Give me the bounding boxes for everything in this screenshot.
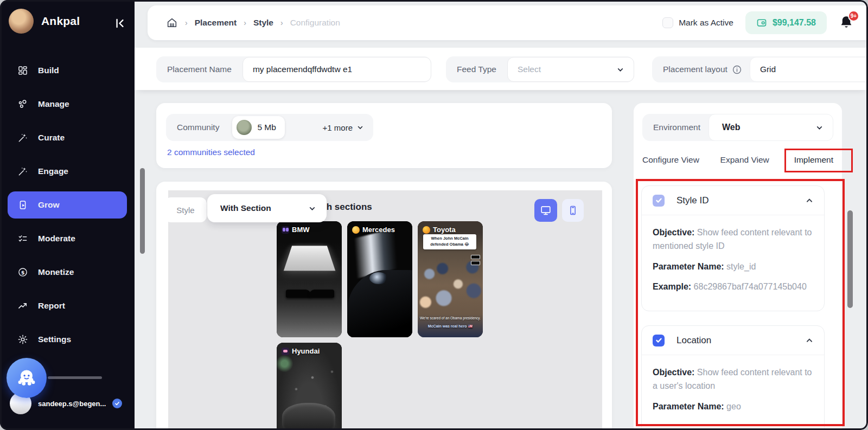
checklist-icon (17, 233, 28, 244)
sidebar-item-curate[interactable]: Curate (0, 124, 135, 151)
placement-name-input[interactable] (242, 57, 431, 82)
environment-selector: Environment Web (642, 114, 833, 141)
mark-as-active-label: Mark as Active (679, 18, 733, 28)
community-chip[interactable]: 5 Mb (232, 116, 284, 139)
sidebar-menu: Build Manage Curate Engage Grow Moderate (0, 57, 135, 353)
community-selector: Community 5 Mb +1 more (166, 114, 373, 141)
environment-value: Web (722, 123, 740, 132)
environment-select[interactable]: Web (709, 114, 833, 141)
feed-card-toyota[interactable]: When John McCain defended Obama 😂 We're … (418, 221, 483, 337)
wallet-balance-pill[interactable]: $99,147.58 (745, 11, 827, 34)
breadcrumb-placement[interactable]: Placement (195, 18, 237, 28)
home-icon[interactable] (166, 17, 178, 29)
parameter-label: Parameter Name: (653, 262, 724, 271)
mark-as-active-checkbox[interactable] (662, 17, 673, 28)
placement-form-row: Placement Name Feed Type Select Placemen… (135, 48, 868, 90)
chevron-down-icon (309, 205, 316, 212)
video-footer-text: McCain was real hero 🇺🇸 (420, 324, 481, 329)
breadcrumb-separator: › (185, 18, 188, 27)
sidebar-item-grow[interactable]: Grow (8, 191, 127, 219)
desktop-view-button[interactable] (534, 199, 557, 222)
style-id-checkbox[interactable] (653, 195, 665, 207)
placement-layout-group: Placement layout Grid (652, 56, 868, 82)
bmw-logo-icon (282, 226, 289, 234)
top-header-bar: › Placement › Style › Configuration Mark… (148, 5, 868, 40)
mobile-view-button[interactable] (562, 199, 584, 222)
parameter-label: Parameter Name: (653, 402, 724, 411)
breadcrumb-configuration: Configuration (290, 18, 340, 28)
feed-card-hyundai[interactable]: Hyundai (277, 343, 342, 430)
notifications-button[interactable]: 9+ (839, 15, 855, 31)
notification-count-badge: 9+ (848, 10, 859, 22)
feed-card-bmw[interactable]: BMW (277, 221, 342, 337)
tab-expand-view[interactable]: Expand View (720, 155, 784, 165)
style-label-pill: Style (164, 197, 207, 222)
feed-card-mercedes[interactable]: Mercedes (347, 221, 412, 337)
placement-name-label: Placement Name (156, 65, 242, 74)
communities-selected-link[interactable]: 2 communities selected (167, 147, 255, 157)
chevron-down-icon (357, 124, 363, 131)
sidebar-scrollbar-horizontal[interactable] (48, 376, 102, 379)
sidebar-item-manage[interactable]: Manage (0, 91, 135, 118)
brand-avatar[interactable] (9, 9, 34, 34)
chevron-up-icon[interactable] (806, 197, 813, 204)
panel-scrollbar-thumb[interactable] (847, 210, 853, 308)
chevron-down-icon (617, 66, 624, 73)
parameter-value: style_id (726, 262, 756, 271)
chevron-up-icon[interactable] (806, 337, 813, 344)
sidebar-item-settings[interactable]: Settings (0, 326, 135, 353)
user-email: sandeep.s@begen... (38, 400, 106, 408)
feed-type-group: Feed Type Select (446, 56, 634, 82)
bmw-showroom-image (277, 221, 342, 337)
video-caption: When John McCain defended Obama 😂 (423, 234, 476, 249)
check-icon (655, 337, 662, 344)
placement-layout-value: Grid (760, 65, 776, 74)
sidebar-item-label: Moderate (38, 234, 75, 243)
sidebar-item-label: Report (38, 301, 65, 311)
sidebar-item-build[interactable]: Build (0, 57, 135, 84)
style-select-dropdown[interactable]: With Section (207, 194, 327, 222)
placement-layout-field[interactable]: Grid (750, 57, 868, 82)
info-icon[interactable] (732, 65, 742, 75)
chat-widget-button[interactable] (7, 358, 47, 398)
octopus-icon (15, 367, 38, 389)
sidebar-item-engage[interactable]: Engage (0, 158, 135, 185)
community-avatar (237, 120, 252, 135)
example-label: Example: (653, 282, 691, 291)
duck-emoji-icon (423, 226, 430, 234)
content-scrollbar-thumb[interactable] (140, 168, 145, 254)
annotation-box-implement (784, 149, 853, 172)
style-select-value: With Section (220, 203, 271, 213)
panel-tabs: Configure View Expand View Implement (642, 155, 833, 165)
feed-type-value: Select (518, 65, 541, 74)
sidebar-item-label: Manage (38, 99, 69, 109)
trend-chart-icon (17, 300, 28, 311)
sidebar-item-label: Build (38, 66, 59, 75)
sidebar-item-moderate[interactable]: Moderate (0, 225, 135, 252)
magic-wand-icon (17, 166, 28, 177)
preview-card: th sections Style With Section BMW Merce (156, 182, 612, 430)
card-brand: Toyota (433, 226, 456, 234)
sidebar-item-label: Settings (38, 335, 71, 344)
location-checkbox[interactable] (653, 335, 665, 346)
parameter-value: geo (726, 402, 741, 411)
tab-configure-view[interactable]: Configure View (642, 155, 720, 165)
placement-name-group: Placement Name (156, 56, 431, 82)
section-title: Location (676, 335, 794, 346)
wallet-icon (756, 17, 767, 28)
section-location: Location Objective: Show feed content re… (641, 325, 825, 430)
sidebar-item-report[interactable]: Report (0, 292, 135, 319)
environment-label: Environment (642, 123, 711, 132)
example-value: 68c29867baf74a077145b040 (694, 282, 807, 291)
card-brand: Mercedes (362, 226, 395, 234)
feed-type-select[interactable]: Select (507, 57, 634, 82)
sidebar-item-label: Engage (38, 166, 68, 176)
wallet-balance: $99,147.58 (773, 18, 816, 28)
sidebar-collapse-icon[interactable] (113, 16, 127, 30)
sidebar-item-label: Curate (38, 133, 65, 143)
breadcrumb: › Placement › Style › Configuration (166, 17, 340, 29)
breadcrumb-style[interactable]: Style (253, 18, 273, 28)
community-more-dropdown[interactable]: +1 more (323, 123, 373, 132)
dashboard-icon (17, 65, 28, 76)
sidebar-item-monetize[interactable]: $ Monetize (0, 259, 135, 286)
